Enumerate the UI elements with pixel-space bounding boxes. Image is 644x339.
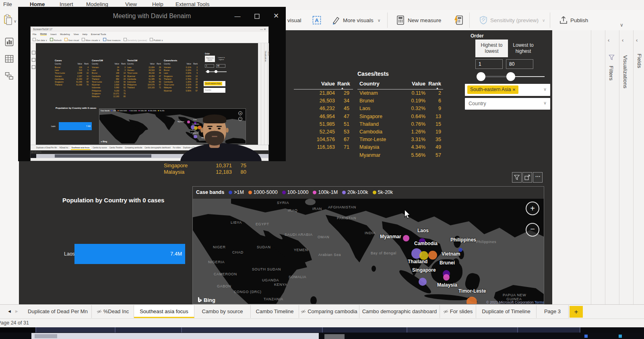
inner-page-tab[interactable]: Cambo Timeline xyxy=(109,147,123,149)
inner-country-dropdown[interactable]: Country xyxy=(204,88,225,93)
menu-item-home[interactable]: Home xyxy=(30,1,45,7)
publish-icon[interactable] xyxy=(559,15,568,25)
pane-expand-chevron[interactable]: ‹ xyxy=(608,37,609,43)
model-view-icon[interactable] xyxy=(5,71,14,80)
new-visual-button-fragment[interactable]: visual xyxy=(287,17,301,23)
inner-slider-handle[interactable] xyxy=(206,70,209,73)
more-visuals-button[interactable]: More visuals xyxy=(343,17,374,23)
dropdown-chevron[interactable]: ∨ xyxy=(543,87,547,92)
inner-page-tab[interactable]: Comparing cambodia xyxy=(125,147,142,149)
collapse-ribbon-chevron[interactable]: ∨ xyxy=(620,22,623,28)
report-view-icon[interactable] xyxy=(5,37,14,46)
chip-close-icon[interactable]: ✕ xyxy=(512,87,516,92)
inner-menu-item[interactable]: Modeling xyxy=(60,33,70,35)
menu-item-insert[interactable]: Insert xyxy=(60,1,73,7)
page-tab-9[interactable]: Duplicate of Timeline xyxy=(476,305,537,318)
inner-order-input[interactable]: 1 xyxy=(205,64,214,68)
paste-icon[interactable] xyxy=(3,14,13,26)
visual-filter-icon[interactable] xyxy=(512,172,522,183)
menu-item-file[interactable]: File xyxy=(3,1,12,7)
inner-page-tab[interactable]: %Dead Inc xyxy=(60,147,68,149)
pane-expand-chevron[interactable]: ‹ xyxy=(636,37,638,43)
inner-order-btn2[interactable]: Lowest to highest xyxy=(217,56,226,62)
new-page-button[interactable]: + xyxy=(570,306,583,318)
region-filter-dropdown[interactable]: South-eastern Asia ✕∨ xyxy=(465,84,550,96)
inner-page-tab[interactable]: Southeast asia focus xyxy=(71,146,91,150)
minimize-icon[interactable]: — xyxy=(232,11,243,21)
dropdown-chevron[interactable]: ∨ xyxy=(543,97,547,109)
inner-menu-item[interactable]: External Tools xyxy=(91,33,106,35)
slider-handle-right[interactable] xyxy=(506,72,515,81)
page-tab-7[interactable]: Cambo demographic dashboard xyxy=(359,305,440,318)
page-tab-10[interactable]: Page 3 xyxy=(537,305,569,318)
pane-tab-visualizations[interactable]: Visualizations xyxy=(622,55,628,88)
inner-ribbon-item[interactable]: Refresh xyxy=(50,38,62,42)
inner-page-tab[interactable]: Cambo demographic dashboard xyxy=(144,147,170,149)
page-tab-8[interactable]: For slides xyxy=(440,305,476,318)
inner-ribbon-item[interactable]: Get data ∨ xyxy=(33,38,47,42)
terms-link[interactable]: Terms xyxy=(535,300,544,304)
more-options-icon[interactable]: ⋯ xyxy=(533,172,543,183)
page-tab-4[interactable]: Cambo by source xyxy=(194,305,251,318)
table-cell-rank: 34 xyxy=(337,98,349,104)
more-visuals-icon[interactable] xyxy=(332,16,341,25)
menu-item-help[interactable]: Help xyxy=(152,1,163,7)
table-cell-value: 3.31% xyxy=(393,137,425,142)
publish-button[interactable]: Publish xyxy=(570,17,588,23)
inner-menu-item[interactable]: Help xyxy=(83,33,87,35)
quick-measure-icon[interactable] xyxy=(454,15,464,25)
calculator-icon[interactable] xyxy=(396,15,405,25)
menu-item-view[interactable]: View xyxy=(125,1,137,7)
inner-order-input[interactable]: 80 xyxy=(216,64,225,68)
inner-region-dropdown[interactable]: South-eastern Asia ✕ xyxy=(204,81,225,86)
inner-ribbon-item[interactable]: Sensitivity (preview) xyxy=(124,38,147,42)
region-filter-chip[interactable]: South-eastern Asia ✕ xyxy=(467,85,518,94)
data-view-icon[interactable] xyxy=(5,54,14,63)
page-tab-3[interactable]: Southeast asia focus xyxy=(134,305,194,318)
inner-menu-item[interactable]: View xyxy=(74,33,79,35)
map-visual[interactable]: Case bands>1M1000-5000100-1000100k-1M20k… xyxy=(192,186,544,304)
map-area[interactable]: SYRIAIRAQIRANAFGHANISTANPAKISTANINDIALIB… xyxy=(193,199,544,304)
pane-expand-chevron[interactable]: ‹ xyxy=(622,37,623,43)
order-highest-to-lowest-button[interactable]: Highest to lowest xyxy=(475,40,508,57)
page-tab-1[interactable]: Duplicate of Dead Per Mn xyxy=(24,305,92,318)
menu-item-external-tools[interactable]: External Tools xyxy=(175,1,210,7)
page-tab-2[interactable]: %Dead Inc xyxy=(92,305,134,318)
pane-tab-fields[interactable]: Fields xyxy=(636,54,642,68)
map-zoom-in-button[interactable]: + xyxy=(526,202,539,215)
menu-item-modeling[interactable]: Modeling xyxy=(86,1,108,7)
page-tab-5[interactable]: Cambo Timeline xyxy=(251,305,299,318)
order-to-input[interactable]: 80 xyxy=(506,59,533,69)
inner-ribbon-item[interactable]: More visuals ∨ xyxy=(82,38,100,42)
paste-dropdown-chevron[interactable]: ∨ xyxy=(14,19,17,23)
order-lowest-to-highest-button[interactable]: Lowest to highest xyxy=(511,40,536,57)
inner-order-btn1[interactable]: Highest to lowest xyxy=(205,56,215,62)
inner-menu-item[interactable]: File xyxy=(33,33,37,35)
inner-ribbon-item[interactable]: Publish ∨ xyxy=(150,38,163,42)
scroll-tabs-right-icon[interactable]: ► xyxy=(14,309,19,314)
meeting-window[interactable]: Meeting with David Benaim — ✕ ScreenToGi… xyxy=(18,7,286,161)
maximize-icon[interactable] xyxy=(252,11,262,21)
inner-region-chip[interactable]: South-eastern Asia ✕ xyxy=(204,82,222,85)
inner-page-tab[interactable]: Cambo by source xyxy=(93,147,107,149)
pane-tab-filters[interactable]: Filters xyxy=(608,66,614,81)
inner-menu-item[interactable]: Home xyxy=(40,33,47,35)
scroll-tabs-left-icon[interactable]: ◄ xyxy=(7,309,12,314)
inner-ribbon-item[interactable]: New measure xyxy=(103,38,120,42)
more-visuals-chevron[interactable]: ∨ xyxy=(378,18,380,23)
focus-mode-icon[interactable] xyxy=(522,172,532,183)
page-tab-6[interactable]: Comparing cambodia xyxy=(299,305,359,318)
text-box-icon[interactable]: A xyxy=(312,16,321,25)
inner-slider-handle[interactable] xyxy=(215,70,217,73)
inner-page-tab[interactable]: Duplicate of Dead Per Mn xyxy=(36,147,57,149)
slider-handle-left[interactable] xyxy=(477,72,485,81)
map-zoom-out-button[interactable]: − xyxy=(526,223,539,237)
country-dropdown[interactable]: Country∨ xyxy=(465,98,550,110)
close-icon[interactable]: ✕ xyxy=(271,11,281,21)
inner-menu-item[interactable]: Insert xyxy=(50,33,56,35)
inner-window-controls[interactable]: — ✕ xyxy=(260,27,268,32)
inner-timeline-block xyxy=(55,154,151,158)
order-from-input[interactable]: 1 xyxy=(475,59,503,69)
new-measure-button[interactable]: New measure xyxy=(408,17,441,23)
inner-ribbon-item[interactable]: New visual xyxy=(64,38,79,42)
